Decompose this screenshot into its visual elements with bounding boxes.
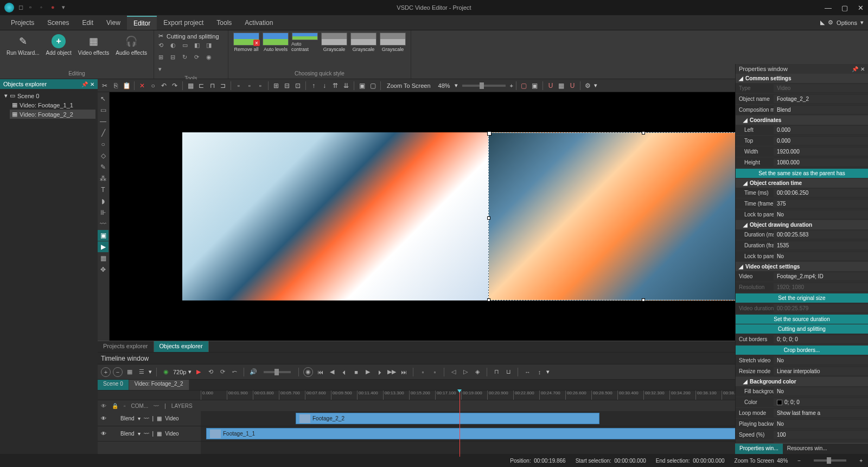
save-icon[interactable]: ▫ [29,4,37,11]
undo-icon[interactable]: ↶ [159,81,169,91]
align-icon[interactable]: ▫ [234,81,244,91]
resolution-label[interactable]: 720p [173,369,186,375]
sel-start-icon[interactable]: ◁ [449,367,458,377]
minimize-button[interactable]: — [825,4,832,12]
zoom-slider[interactable] [814,459,846,462]
dropdown-icon[interactable]: ▾ [455,82,458,89]
undo-icon[interactable]: ◦ [40,4,48,11]
prop-value[interactable]: 0; 0; 0 [774,398,868,406]
prop-value[interactable]: 1920.000 [774,148,868,156]
prop-value[interactable]: 00:00:25.583 [774,231,868,239]
eye-icon[interactable]: 👁 [101,415,106,421]
step-back-icon[interactable]: ⏴ [339,367,349,377]
split-icon[interactable]: ⊔ [503,367,513,377]
tool-icon[interactable]: ◨ [206,42,215,50]
tool-icon[interactable]: ↻ [182,54,191,62]
style-grayscale[interactable]: Grayscale [379,33,406,52]
comp-icon[interactable]: ▫ [124,403,126,409]
menu-export[interactable]: Export project [157,16,210,29]
maximize-button[interactable]: ▢ [841,4,848,12]
timeline-clip[interactable]: Footage_2_2 [296,413,599,424]
delete-icon[interactable]: ✕ [137,81,147,91]
list-icon[interactable]: ▦ [125,367,135,377]
close-icon[interactable]: ✕ [90,81,94,87]
close-button[interactable]: ✕ [858,4,864,12]
section-creation-time[interactable]: ◢ Object creation time [736,178,868,188]
bar-icon[interactable]: | [152,415,154,421]
dropdown-icon[interactable]: ▾ [138,431,141,437]
layers-icon[interactable]: ☰ [137,367,146,377]
tool-icon[interactable]: ↕ [534,367,544,377]
align-icon[interactable]: ▫ [245,81,254,91]
more-icon[interactable]: ▾ [62,4,69,11]
tool-icon[interactable]: ⊞ [158,54,167,62]
style-grayscale[interactable]: Grayscale [350,33,377,52]
section-common[interactable]: ◢ Common settings [736,74,868,83]
volume-icon[interactable]: 🔊 [248,367,258,377]
menu-activation[interactable]: Activation [238,16,279,29]
grid-icon[interactable]: ▦ [557,81,566,91]
chart-icon[interactable]: ⊪ [98,207,108,218]
tool-icon[interactable]: ⟳ [194,54,203,62]
align-icon[interactable]: ▦ [186,81,195,91]
wave-icon[interactable]: 〰 [144,431,149,437]
shape-icon[interactable]: ◇ [98,150,108,161]
align-left-icon[interactable]: ⊏ [196,81,206,91]
new-icon[interactable]: ◻ [18,4,26,11]
bar-icon[interactable]: | [164,403,166,409]
prop-value[interactable]: No [774,356,868,364]
repeat-icon[interactable]: ⟳ [218,367,227,377]
remove-icon[interactable]: − [113,367,123,377]
res-icon[interactable]: ◉ [161,367,171,377]
playhead[interactable] [459,391,460,457]
cursor-icon[interactable]: ↖ [98,93,108,104]
menu-editor[interactable]: Editor [127,16,157,30]
volume-slider[interactable] [264,371,291,373]
wave-icon[interactable]: 〰 [144,415,149,421]
tool-icon[interactable]: ◧ [194,42,203,50]
back-icon[interactable]: ⤺ [229,367,239,377]
pin-icon[interactable]: 📌 [852,66,858,72]
close-icon[interactable]: ✕ [860,66,865,72]
last-icon[interactable]: ⏭ [399,367,409,377]
cutting-splitting-button[interactable]: Cutting and splitting [736,324,868,334]
dropdown-icon[interactable]: ▾ [138,415,141,421]
up-icon[interactable]: ↑ [309,81,318,91]
zoom-out-icon[interactable]: − [797,458,801,464]
style-auto-levels[interactable]: Auto levels [262,33,289,52]
eye-icon[interactable]: 👁 [101,431,106,437]
play-icon[interactable]: ▶ [194,367,203,377]
section-coordinates[interactable]: ◢ Coordinates [736,116,868,125]
tool-icon[interactable]: ⟲ [158,42,167,50]
dropdown-icon[interactable]: ▾ [149,368,152,375]
section-background[interactable]: ◢ Background color [736,377,868,386]
rec-icon[interactable]: ● [51,4,59,11]
tab-properties[interactable]: Properties win... [735,444,783,454]
tree-node-video[interactable]: ▦Video: Footage_2_2 [10,110,95,119]
marker-icon[interactable]: ▫ [418,367,427,377]
set-parent-size-button[interactable]: Set the same size as the parent has [736,169,868,178]
prop-value[interactable]: 0.000 [774,126,868,134]
marker-icon[interactable]: ▫ [430,367,439,377]
hline-icon[interactable]: — [98,116,108,127]
grid-icon[interactable]: ▦ [98,253,108,264]
align-icon[interactable]: ⊟ [282,81,292,91]
split-icon[interactable]: ⊓ [492,367,501,377]
add-object-button[interactable]: +Add object [44,33,74,57]
style-remove-all[interactable]: Remove all [233,33,260,52]
align-center-icon[interactable]: ⊓ [207,81,217,91]
tool-icon[interactable]: ↔ [522,367,532,377]
prop-value[interactable]: Show last frame a [774,409,868,417]
line-icon[interactable]: ╱ [98,127,108,138]
help-icon[interactable]: ◣ [820,19,825,26]
cut-icon[interactable]: ✂ [100,81,110,91]
display-icon[interactable]: ▢ [519,81,529,91]
play-icon[interactable]: ▶ [363,367,373,377]
prop-value[interactable]: Blend [774,106,868,114]
eye-icon[interactable]: 👁 [101,403,106,409]
prop-value[interactable]: 0; 0; 0; 0 [774,335,868,343]
zoom-value[interactable]: 48% [435,82,454,89]
prop-value[interactable]: 375 [774,200,868,208]
brush-icon[interactable]: ✎ [98,162,108,172]
tree-node-scene[interactable]: ▾▭Scene 0 [2,91,95,100]
